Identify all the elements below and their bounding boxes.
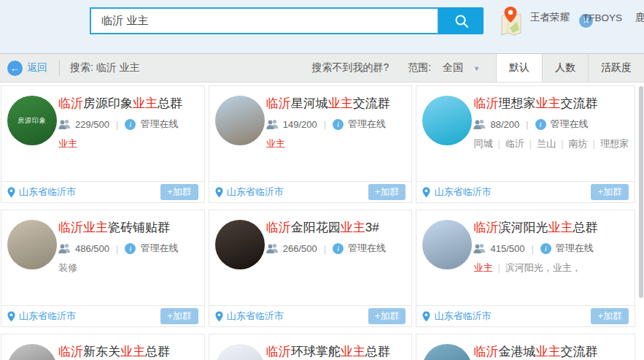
group-title[interactable]: 临沂环球掌舵业主总群 — [266, 343, 406, 360]
back-button[interactable]: ← 返回 — [7, 61, 47, 76]
group-location: 山东省临沂市 — [227, 310, 284, 323]
group-title[interactable]: 临沂房源印象业主总群 — [58, 95, 198, 112]
group-tag: 业主 — [58, 138, 77, 149]
group-location-link[interactable]: 山东省临沂市 — [422, 310, 491, 323]
group-location-link[interactable]: 山东省临沂市 — [215, 310, 284, 323]
group-location: 山东省临沂市 — [227, 185, 284, 199]
group-location-link[interactable]: 山东省临沂市 — [7, 310, 76, 323]
group-title[interactable]: 临沂滨河阳光业主总群 — [473, 219, 629, 237]
tag-divider: | — [497, 262, 500, 273]
group-location-link[interactable]: 山东省临沂市 — [7, 185, 76, 199]
meta-divider: | — [324, 119, 326, 130]
vertical-scrollbar[interactable] — [639, 86, 643, 298]
members-icon — [473, 243, 486, 253]
group-info: 临沂金港城业主交流群 | i — [473, 334, 635, 360]
group-tags: 装修 — [58, 261, 198, 275]
toolbar-divider — [59, 60, 60, 76]
title-part: 业主 — [120, 345, 145, 359]
chevron-down-icon[interactable]: ▼ — [473, 65, 480, 72]
members-icon — [58, 119, 71, 129]
tab-activity[interactable]: 活跃度 — [588, 54, 644, 82]
join-group-button[interactable]: +加群 — [368, 308, 406, 324]
group-meta: 229/500 | i 管理在线 — [58, 118, 198, 131]
group-title[interactable]: 临沂星河城业主交流群 — [266, 95, 406, 112]
search-input[interactable] — [90, 7, 439, 34]
map-location-icon[interactable] — [500, 6, 522, 36]
group-avatar[interactable] — [422, 96, 472, 145]
group-tag: 业主 — [266, 138, 285, 149]
admin-status: 管理在线 — [348, 118, 386, 131]
group-avatar[interactable] — [422, 344, 472, 360]
group-location-link[interactable]: 山东省临沂市 — [422, 185, 491, 199]
members-icon — [58, 243, 71, 253]
group-avatar[interactable]: 房源印象 — [7, 96, 57, 145]
join-group-button[interactable]: +加群 — [591, 184, 629, 200]
group-meta: 486/500 | i 管理在线 — [58, 242, 198, 255]
group-location: 山东省临沂市 — [434, 310, 491, 323]
group-title[interactable]: 临沂金港城业主交流群 — [473, 343, 629, 360]
card-footer: 山东省临沂市 +加群 — [209, 181, 412, 202]
group-title[interactable]: 临沂新东关业主总群 — [58, 343, 198, 360]
cant-find-group-link[interactable]: 搜索不到我的群? — [311, 61, 389, 74]
group-title[interactable]: 临沂理想家业主交流群 — [473, 95, 629, 112]
group-avatar[interactable] — [215, 220, 265, 269]
title-part: 业主 — [535, 345, 560, 359]
meta-divider: | — [526, 119, 528, 130]
group-tags: 业主 — [266, 137, 406, 150]
toolbar-right: 搜索不到我的群? 范围: 全国 ▼ 默认 人数 活跃度 — [311, 54, 644, 82]
group-tag: 临沂 — [505, 138, 524, 149]
group-card: 临沂环球掌舵业主总群 | i — [209, 334, 413, 360]
group-avatar[interactable] — [215, 344, 265, 360]
toolbar-left: ← 返回 搜索: 临沂 业主 — [0, 54, 140, 82]
location-pin-icon — [422, 187, 430, 198]
member-count: 88/200 — [490, 119, 519, 130]
admin-status: 管理在线 — [556, 242, 594, 255]
tag-divider: | — [497, 138, 500, 149]
group-avatar[interactable] — [215, 96, 265, 145]
title-part: 临沂业主 — [58, 221, 108, 234]
tab-member-count[interactable]: 人数 — [542, 54, 588, 82]
back-label: 返回 — [27, 61, 47, 74]
scope-value[interactable]: 全国 — [443, 61, 463, 74]
group-tag: 业主 — [473, 262, 492, 273]
hot-link[interactable]: TFBOYS — [583, 12, 622, 23]
join-group-button[interactable]: +加群 — [591, 308, 629, 324]
title-part: 瓷砖铺贴群 — [108, 221, 170, 234]
group-avatar[interactable] — [7, 344, 57, 360]
title-part: 临沂 — [266, 96, 291, 110]
group-info: 临沂星河城业主交流群 149/200 | i 管理在线 业主 — [266, 86, 412, 150]
group-avatar[interactable] — [422, 220, 472, 269]
group-tags: 同城|临沂|兰山|南坊|理想家 — [473, 137, 629, 150]
member-count: 415/500 — [490, 243, 524, 254]
title-part: 理想家 — [498, 96, 535, 110]
group-title[interactable]: 临沂金阳花园业主3# — [266, 219, 406, 237]
group-title[interactable]: 临沂业主瓷砖铺贴群 — [58, 219, 198, 237]
hot-link[interactable]: 鹿晗 — [635, 11, 644, 24]
members-icon — [473, 119, 486, 129]
card-footer: 山东省临沂市 +加群 — [1, 305, 204, 326]
group-card: 临沂业主瓷砖铺贴群 486/500 | i 管理在线 装修 — [1, 210, 205, 327]
info-icon: i — [333, 119, 344, 130]
card-footer: 山东省临沂市 +加群 — [416, 181, 635, 202]
title-part: 临沂 — [473, 345, 498, 359]
group-info: 临沂环球掌舵业主总群 | i — [266, 334, 412, 360]
title-part: 业主 — [133, 96, 158, 110]
member-count: 149/200 — [283, 119, 317, 130]
group-location-link[interactable]: 山东省临沂市 — [215, 185, 284, 199]
join-group-button[interactable]: +加群 — [160, 184, 198, 200]
info-icon: i — [535, 119, 546, 130]
title-part: 环球掌舵 — [291, 345, 341, 359]
group-meta: 266/500 | i 管理在线 — [266, 242, 406, 255]
title-part: 临沂 — [266, 345, 291, 359]
join-group-button[interactable]: +加群 — [368, 184, 406, 200]
info-icon: i — [540, 243, 551, 254]
group-card: 临沂金港城业主交流群 | i — [416, 334, 635, 360]
admin-status: 管理在线 — [348, 242, 386, 255]
hot-link[interactable]: 王者荣耀 — [530, 11, 570, 24]
group-avatar[interactable] — [7, 220, 57, 269]
title-part: 业主 — [548, 221, 573, 234]
tab-default[interactable]: 默认 — [496, 54, 542, 82]
search-button[interactable] — [439, 7, 484, 34]
location-pin-icon — [215, 311, 223, 322]
join-group-button[interactable]: +加群 — [160, 308, 198, 324]
